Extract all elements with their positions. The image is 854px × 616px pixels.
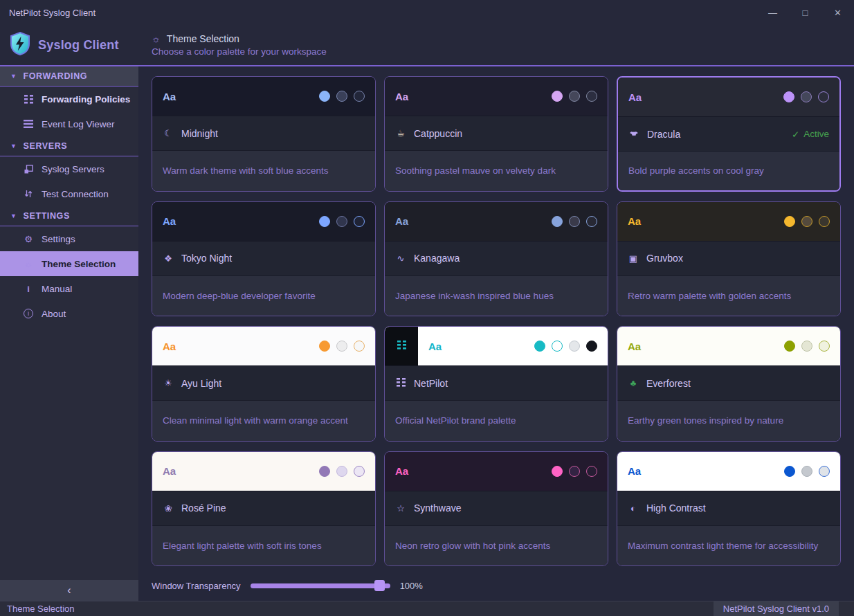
theme-description: Clean minimal light with warm orange acc… [152,400,375,441]
sidebar-item-label: Settings [42,234,75,244]
theme-description: Official NetPilot brand palette [385,400,608,441]
sidebar-item-label: Test Connection [42,189,109,199]
theme-name: Dracula [647,129,680,140]
sidebar-item-label: Theme Selection [42,259,116,269]
swatch-dot [801,466,812,477]
swatch-dot [319,91,330,102]
app-body: ▼FORWARDING Forwarding Policies Event Lo… [0,66,854,601]
square-pattern-icon: ▣ [629,253,637,264]
clover-icon: ♣ [630,378,637,388]
swatch-dots [319,216,365,227]
sidebar-section-servers[interactable]: ▼SERVERS [0,136,138,156]
theme-preview: Aa [617,452,840,491]
page-header: ☼ Theme Selection Choose a color palette… [138,25,854,65]
swatch-dot [336,216,347,227]
sidebar-item-settings[interactable]: ⚙Settings [0,226,138,251]
theme-card-tokyo-night[interactable]: Aa❖Tokyo NightModern deep-blue developer… [152,201,376,317]
sidebar-item-manual[interactable]: iManual [0,276,138,301]
slider-handle[interactable] [374,580,385,591]
theme-name-row: ☾Midnight [152,116,375,150]
theme-card-dracula[interactable]: Aa Dracula✓ActiveBold purple accents on … [617,76,841,192]
swatch-dot [569,91,580,102]
theme-card-synthwave[interactable]: Aa☆SynthwaveNeon retro glow with hot pin… [384,451,608,567]
swatch-dot [354,216,365,227]
transparency-row: Window Transparency 100% [138,570,854,601]
swatch-dot [801,341,812,352]
theme-card-gruvbox[interactable]: Aa▣GruvboxRetro warm palette with golden… [617,201,841,317]
transparency-slider[interactable] [251,579,390,592]
theme-name: Ayu Light [181,378,221,389]
sidebar-item-label: Syslog Servers [42,164,105,174]
bat-icon [629,129,639,139]
theme-name-row: ☆Synthwave [385,491,608,525]
sidebar-section-forwarding[interactable]: ▼FORWARDING [0,66,138,87]
swatch-dots [319,91,365,102]
window-controls: — □ ✕ [756,0,854,25]
swatch-dots [552,216,597,227]
theme-preview: Aa [385,452,608,491]
sidebar-item-theme-selection[interactable]: ☼Theme Selection [0,251,138,276]
swatch-dot [552,466,563,477]
sidebar-collapse-button[interactable]: ‹ [0,580,138,601]
star-icon: ☆ [397,503,405,514]
swatch-dot [586,91,597,102]
swatch-dots [784,466,830,477]
aa-sample-text: Aa [395,215,408,227]
sidebar-item-event-log-viewer[interactable]: Event Log Viewer [0,111,138,136]
swatch-dot [586,216,597,227]
swatch-dot [818,91,829,102]
main-content: Aa☾MidnightWarm dark theme with soft blu… [138,66,854,601]
swatch-dot [336,466,347,477]
shield-bolt-icon [9,31,31,59]
sidebar-item-label: Manual [42,284,72,294]
info-icon: i [27,284,30,294]
theme-card-ros-pine[interactable]: Aa❀Rosé PineElegant light palette with s… [152,451,376,567]
sidebar-section-settings[interactable]: ▼SETTINGS [0,206,138,226]
maximize-button[interactable]: □ [789,0,821,25]
theme-card-kanagawa[interactable]: Aa∿KanagawaJapanese ink-wash inspired bl… [384,201,608,317]
theme-name-row: ☕Catppuccin [385,116,608,150]
theme-name-row: NetPilot [385,365,608,400]
theme-name-row: ♣Everforest [617,365,840,400]
brand: Syslog Client [0,25,138,65]
theme-preview: Aa [617,327,840,365]
swatch-dot [552,341,563,352]
crescent-moon-icon: ☾ [164,128,172,138]
theme-description: Elegant light palette with soft iris ton… [152,525,375,566]
theme-card-high-contrast[interactable]: Aa◐High ContrastMaximum contrast light t… [617,451,841,567]
aa-sample-text: Aa [628,91,642,103]
swatch-dot [784,341,795,352]
theme-card-ayu-light[interactable]: Aa☀Ayu LightClean minimal light with war… [152,326,376,442]
list-lines-icon [24,120,33,128]
aa-sample-text: Aa [628,341,641,352]
theme-preview: Aa [152,327,375,365]
theme-card-midnight[interactable]: Aa☾MidnightWarm dark theme with soft blu… [152,76,376,192]
theme-name: Midnight [181,128,218,139]
theme-name: Tokyo Night [181,253,232,264]
slider-track[interactable] [251,583,390,588]
minimize-button[interactable]: — [756,0,789,25]
theme-card-catppuccin[interactable]: Aa☕CatppuccinSoothing pastel mauve on ve… [384,76,608,192]
sidebar-spacer [0,326,138,580]
swatch-dot [801,91,812,102]
sidebar-item-test-connection[interactable]: Test Connection [0,181,138,206]
theme-card-everforest[interactable]: Aa♣EverforestEarthy green tones inspired… [617,326,841,442]
grid-icon [397,378,406,389]
swatch-dot [319,216,330,227]
sun-icon: ☀ [164,378,172,388]
theme-preview: Aa [152,77,375,116]
sidebar-item-about[interactable]: iAbout [0,301,138,326]
page-subtitle: Choose a color palette for your workspac… [152,46,854,57]
theme-preview: Aa [385,202,608,241]
sidebar-item-syslog-servers[interactable]: Syslog Servers [0,156,138,181]
sidebar-item-forwarding-policies[interactable]: Forwarding Policies [0,87,138,111]
theme-description: Bold purple accents on cool gray [618,151,839,190]
swatch-dot [552,91,563,102]
chevron-left-icon: ‹ [67,584,71,597]
swatch-dots [783,91,829,102]
close-button[interactable]: ✕ [821,0,854,25]
swatch-dots [319,341,365,352]
theme-card-netpilot[interactable]: Aa NetPilotOfficial NetPilot brand palet… [384,326,608,442]
theme-name: High Contrast [646,502,706,514]
theme-preview: Aa [617,202,840,241]
